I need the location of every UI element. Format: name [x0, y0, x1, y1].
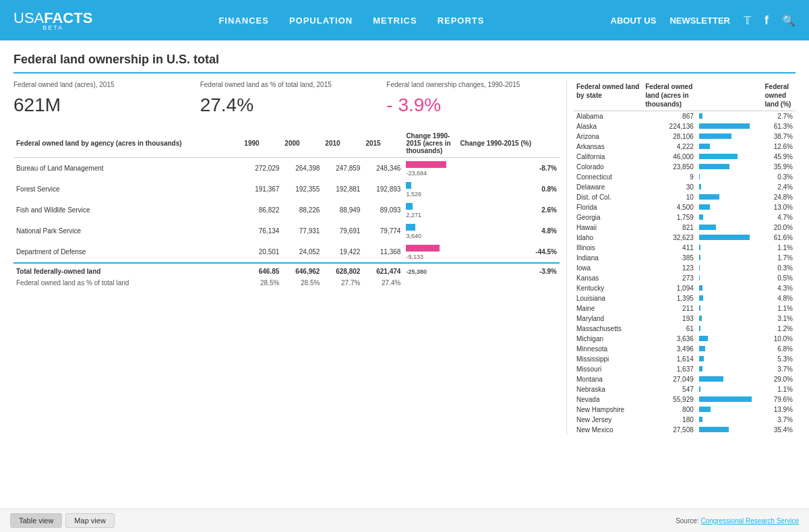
agency-1990: 272,029	[241, 158, 282, 179]
view-buttons: Table view Map view	[10, 513, 115, 528]
agency-change-pct: 0.8%	[457, 179, 560, 200]
state-col-acres: Federal owned land (acres in thousands)	[642, 80, 696, 111]
state-acres: 30	[642, 182, 696, 192]
state-bar	[696, 314, 762, 324]
agency-2010: 19,422	[322, 241, 363, 263]
facebook-icon[interactable]: f	[765, 13, 769, 28]
state-acres: 4,500	[642, 202, 696, 212]
map-view-button[interactable]: Map view	[65, 513, 114, 528]
state-name: Alaska	[574, 121, 642, 131]
state-acres: 1,094	[642, 283, 696, 293]
state-acres: 27,508	[642, 425, 696, 435]
pct-label: Federal owned land as % of total land	[13, 277, 241, 289]
pct-row: Federal owned land as % of total land 28…	[13, 277, 560, 289]
logo-area[interactable]: USAFACTS BETA	[13, 9, 92, 31]
state-panel[interactable]: Federal owned land by state Federal owne…	[566, 80, 796, 435]
state-pct: 79.6%	[762, 394, 796, 405]
state-bar	[696, 303, 762, 314]
state-bar	[696, 293, 762, 303]
total-row: Total federally-owned land 646.85 646,96…	[13, 263, 560, 277]
state-name: Massachusetts	[574, 324, 642, 334]
list-item: Colorado 23,850 35.9%	[574, 162, 796, 172]
state-bar	[696, 131, 762, 142]
list-item: Connecticut 9 0.3%	[574, 172, 796, 182]
table-row: National Park Service 76,134 77,931 79,6…	[13, 220, 560, 241]
state-bar	[696, 405, 762, 415]
agency-1990: 191,367	[241, 179, 282, 200]
state-name: Arkansas	[574, 142, 642, 152]
nav-population[interactable]: POPULATION	[289, 16, 353, 26]
agency-1990: 76,134	[241, 220, 282, 241]
source-link[interactable]: Congressional Research Service	[700, 517, 799, 525]
pct-change-pct	[457, 277, 560, 289]
list-item: Arizona 28,106 38.7%	[574, 131, 796, 142]
stat-pct-label: Federal owned land as % of total land, 2…	[200, 80, 373, 89]
state-pct: 45.9%	[762, 152, 796, 162]
state-bar	[696, 384, 762, 394]
state-name: Dist. of Col.	[574, 192, 642, 202]
nav-about[interactable]: ABOUT US	[611, 16, 657, 26]
state-name: Illinois	[574, 243, 642, 253]
state-name: New Mexico	[574, 425, 642, 435]
state-name: Florida	[574, 202, 642, 212]
agency-2010: 79,691	[322, 220, 363, 241]
agency-2015: 79,774	[363, 220, 403, 241]
nav-finances[interactable]: FINANCES	[218, 16, 268, 26]
list-item: Nevada 55,929 79.6%	[574, 394, 796, 405]
state-name: Idaho	[574, 233, 642, 243]
table-row: Department of Defense 20,501 24,052 19,4…	[13, 241, 560, 263]
table-view-button[interactable]: Table view	[10, 513, 62, 528]
state-acres: 193	[642, 314, 696, 324]
state-name: Nebraska	[574, 384, 642, 394]
right-nav: ABOUT US NEWSLETTER 𝕋 f 🔍	[611, 13, 796, 28]
state-pct: 0.5%	[762, 273, 796, 283]
nav-reports[interactable]: REPORTS	[438, 16, 485, 26]
pct-change-bar	[403, 277, 457, 289]
agency-change-bar: -23,684	[403, 158, 457, 179]
state-bar	[696, 283, 762, 293]
list-item: Georgia 1,759 4.7%	[574, 212, 796, 223]
agency-2000: 24,052	[282, 241, 322, 263]
main-nav: FINANCES POPULATION METRICS REPORTS	[218, 16, 484, 26]
agency-change-bar: 3,640	[403, 220, 457, 241]
state-pct: 10.0%	[762, 334, 796, 344]
state-acres: 224,136	[642, 121, 696, 131]
list-item: New Hampshire 800 13.9%	[574, 405, 796, 415]
state-pct: 6.8%	[762, 344, 796, 354]
agency-2000: 264,398	[282, 158, 322, 179]
state-pct: 1.1%	[762, 243, 796, 253]
state-bar	[696, 425, 762, 435]
state-pct: 3.1%	[762, 314, 796, 324]
stat-acres: Federal owned land (acres), 2015 621M	[13, 80, 187, 116]
list-item: Florida 4,500 13.0%	[574, 202, 796, 212]
list-item: Idaho 32,623 61.6%	[574, 233, 796, 243]
state-bar	[696, 121, 762, 131]
state-bar	[696, 192, 762, 202]
state-acres: 32,623	[642, 233, 696, 243]
state-acres: 385	[642, 253, 696, 263]
col-1990: 1990	[241, 129, 282, 158]
page-title: Federal land ownership in U.S. total	[13, 53, 796, 67]
state-name: Indiana	[574, 253, 642, 263]
state-pct: 4.7%	[762, 212, 796, 223]
list-item: Dist. of Col. 10 24.8%	[574, 192, 796, 202]
nav-newsletter[interactable]: NEWSLETTER	[669, 16, 730, 26]
agency-change-pct: 4.8%	[457, 220, 560, 241]
list-item: Alabama 867 2.7%	[574, 111, 796, 122]
nav-metrics[interactable]: METRICS	[373, 16, 417, 26]
source-area: Source: Congressional Research Service	[676, 517, 799, 525]
state-bar	[696, 394, 762, 405]
left-panel: Federal owned land (acres), 2015 621M Fe…	[13, 80, 560, 435]
state-acres: 28,106	[642, 131, 696, 142]
agency-name: Forest Service	[13, 179, 241, 200]
total-2010: 628,802	[322, 263, 363, 277]
agency-2010: 88,949	[322, 200, 363, 220]
col-2010: 2010	[322, 129, 363, 158]
twitter-icon[interactable]: 𝕋	[744, 14, 751, 27]
state-acres: 821	[642, 223, 696, 233]
stat-acres-value: 621M	[13, 94, 187, 116]
state-table: Federal owned land by state Federal owne…	[574, 80, 796, 435]
state-col-pct: Federal owned land (%)	[762, 80, 796, 111]
state-acres: 3,496	[642, 344, 696, 354]
search-icon[interactable]: 🔍	[782, 14, 796, 27]
